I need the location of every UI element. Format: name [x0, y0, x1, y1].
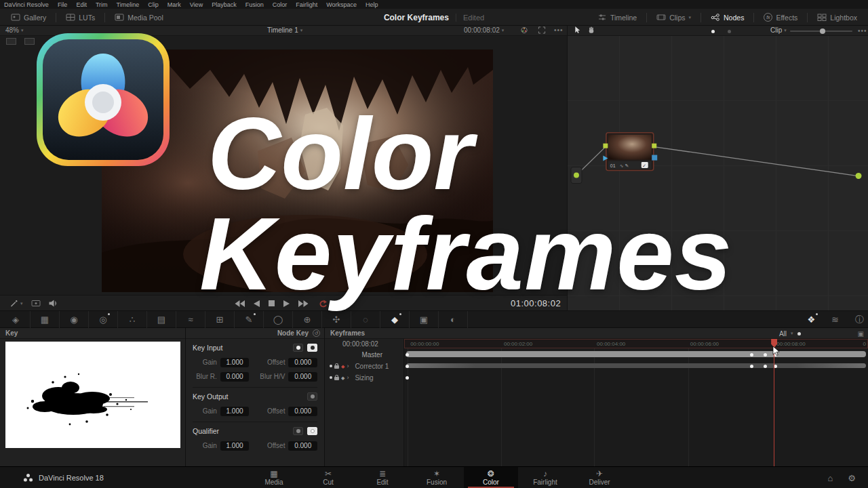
keyframe-filter-select[interactable]: All	[779, 330, 787, 338]
bypass-grades-button[interactable]	[519, 26, 529, 34]
viewer-timecode[interactable]: 00:00:08:02 ▾	[464, 26, 504, 34]
nodes-panel-button[interactable]: Nodes	[705, 14, 749, 22]
qualifier-gain-field[interactable]: 1.000	[220, 441, 250, 451]
lock-icon[interactable]	[334, 365, 339, 369]
menu-item-file[interactable]: File	[58, 1, 68, 8]
color-wheels-icon[interactable]: ◉	[60, 311, 89, 328]
track-name-master[interactable]: Master	[325, 350, 404, 359]
color-match-icon[interactable]: ▦	[31, 311, 60, 328]
timeline-panel-button[interactable]: Timeline	[592, 14, 642, 22]
keyframe-ruler[interactable]: 00:00:00:00 00:00:02:00 00:00:04:00 00:0…	[404, 339, 868, 348]
gallery-button[interactable]: Gallery	[5, 14, 52, 22]
key-input-toggle-a[interactable]	[293, 344, 303, 352]
menu-item-davinci-resolve[interactable]: DaVinci Resolve	[4, 1, 49, 8]
keyframe-marker[interactable]	[406, 376, 409, 380]
audio-mute-icon[interactable]	[49, 300, 58, 307]
qualifier-toggle[interactable]	[293, 427, 303, 435]
media-pool-button[interactable]: Media Pool	[109, 14, 169, 22]
pointer-tool-button[interactable]	[573, 26, 583, 34]
slider-thumb[interactable]	[820, 28, 825, 34]
expand-viewer-button[interactable]	[537, 26, 547, 34]
node-mode-select[interactable]: Clip ▾	[770, 26, 787, 34]
source-connector-green[interactable]	[574, 173, 579, 178]
motion-effects-icon[interactable]: ▤	[147, 311, 176, 328]
luts-button[interactable]: LUTs	[60, 14, 100, 22]
menu-item-clip[interactable]: Clip	[148, 1, 159, 8]
magic-mask-icon[interactable]: ✣	[322, 311, 351, 328]
keyframe-track-sizing[interactable]	[404, 373, 868, 382]
node-rgb-output[interactable]	[652, 144, 656, 148]
viewer-options-button[interactable]: •••	[554, 26, 564, 34]
key-output-offset-field[interactable]: 0.000	[288, 407, 317, 416]
key-palette-icon[interactable]: ◆	[380, 311, 410, 328]
reset-section-icon[interactable]: ↺	[313, 329, 320, 337]
color-warper-icon[interactable]: ⊞	[205, 311, 235, 328]
menu-item-timeline[interactable]: Timeline	[117, 1, 140, 8]
page-tab-cut[interactable]: ✂ Cut	[301, 467, 355, 488]
key-input-blur-hv-field[interactable]: 0.000	[288, 372, 317, 382]
key-output-gain-field[interactable]: 1.000	[220, 407, 250, 416]
settings-gear-icon[interactable]: ⚙	[848, 473, 856, 483]
key-input-blur-r-field[interactable]: 0.000	[220, 372, 250, 382]
home-icon[interactable]: ⌂	[827, 473, 833, 483]
menu-item-mark[interactable]: Mark	[167, 1, 181, 8]
expand-keyframes-icon[interactable]: ▣	[858, 330, 864, 338]
menu-item-edit[interactable]: Edit	[76, 1, 87, 8]
keyframe-marker[interactable]	[406, 365, 409, 368]
track-name-sizing[interactable]: ◆ › Sizing	[325, 373, 404, 382]
page-tab-fusion[interactable]: ✶ Fusion	[410, 467, 464, 488]
node-rgb-input[interactable]	[603, 144, 608, 148]
key-input-offset-field[interactable]: 0.000	[288, 358, 317, 367]
keyframe-timeline[interactable]: 00:00:00:00 00:00:02:00 00:00:04:00 00:0…	[404, 339, 868, 466]
node-zoom-slider[interactable]	[790, 30, 852, 32]
grab-still-icon[interactable]	[31, 300, 41, 307]
page-tab-fairlight[interactable]: ♪ Fairlight	[518, 467, 572, 488]
stereo-3d-icon[interactable]: ◐	[439, 311, 468, 328]
keyframe-track-corrector-1[interactable]	[404, 361, 868, 371]
expand-chevron-icon[interactable]: ›	[347, 374, 349, 381]
page-tab-edit[interactable]: ≣ Edit	[355, 467, 410, 488]
key-input-gain-field[interactable]: 1.000	[220, 358, 250, 367]
hdr-wheels-icon[interactable]: ◎	[89, 311, 118, 328]
menu-item-workspace[interactable]: Workspace	[326, 1, 357, 8]
grade-tools-button[interactable]: ▾	[9, 300, 23, 307]
keyframe-marker[interactable]	[750, 353, 753, 357]
scopes-icon[interactable]: ≋	[831, 314, 839, 325]
key-input-invert-toggle[interactable]	[307, 344, 317, 352]
track-enable-dot[interactable]	[330, 376, 332, 379]
camera-raw-icon[interactable]: ◈	[1, 311, 31, 328]
keyframe-marker[interactable]	[406, 353, 409, 357]
output-connector-green[interactable]	[856, 173, 862, 179]
curves-icon[interactable]: ≈	[176, 311, 205, 328]
node-options-button[interactable]: •••	[858, 27, 867, 35]
sizing-icon[interactable]: ▣	[410, 311, 439, 328]
keyframe-marker[interactable]	[750, 365, 753, 368]
menu-item-view[interactable]: View	[190, 1, 203, 8]
blur-icon[interactable]: ◌	[351, 311, 380, 328]
menu-item-playback[interactable]: Playback	[212, 1, 237, 8]
qualifier-icon[interactable]: ✎	[235, 311, 264, 328]
window-icon[interactable]: ◯	[264, 311, 293, 328]
keyframe-track-master[interactable]	[404, 350, 868, 359]
key-output-toggle[interactable]	[307, 392, 317, 401]
qualifier-offset-field[interactable]: 0.000	[288, 441, 317, 451]
keyframe-marker[interactable]	[764, 353, 767, 357]
menu-item-trim[interactable]: Trim	[96, 1, 108, 8]
qualifier-invert-toggle[interactable]	[307, 427, 317, 435]
tracker-icon[interactable]: ⊕	[293, 311, 322, 328]
keyframes-panel-icon[interactable]: ❖	[807, 314, 815, 325]
master-track-bar[interactable]	[406, 351, 867, 357]
node-key-output[interactable]	[652, 155, 657, 161]
menu-item-fusion[interactable]: Fusion	[245, 1, 264, 8]
lock-icon[interactable]	[334, 377, 339, 380]
effects-panel-button[interactable]: fx Effects	[758, 13, 803, 22]
rgb-mixer-icon[interactable]: ∴	[118, 311, 147, 328]
page-tab-color[interactable]: ❂ Color	[464, 467, 518, 488]
page-tab-media[interactable]: ▦ Media	[247, 467, 301, 488]
corrector-node-01[interactable]: 01 ∿ ✎ ✓	[603, 133, 657, 171]
keyframe-marker[interactable]	[764, 365, 767, 368]
viewer-wipe-toggles[interactable]	[6, 38, 35, 45]
expand-chevron-icon[interactable]: ›	[347, 363, 349, 369]
viewer-zoom-select[interactable]: 48% ▾	[5, 26, 24, 34]
track-enable-dot[interactable]	[330, 365, 332, 367]
